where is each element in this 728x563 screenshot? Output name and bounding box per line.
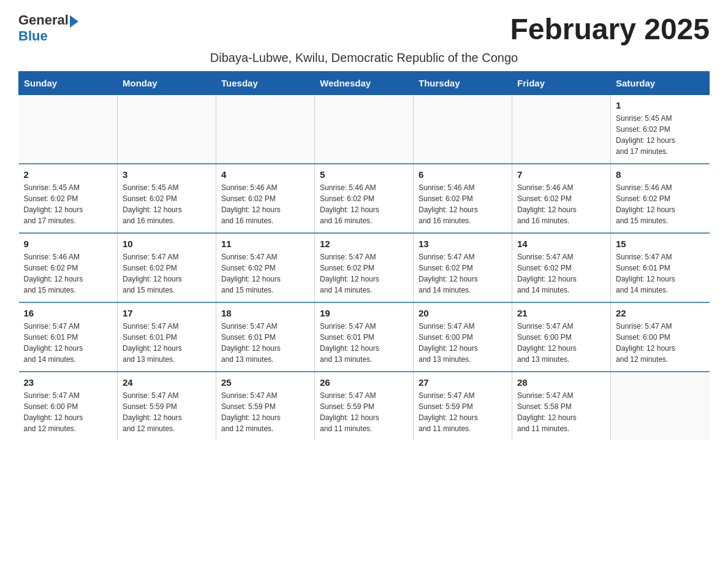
calendar-cell: 2Sunrise: 5:45 AM Sunset: 6:02 PM Daylig… — [19, 164, 118, 233]
calendar-header-wednesday: Wednesday — [315, 72, 414, 95]
day-info: Sunrise: 5:45 AM Sunset: 6:02 PM Dayligh… — [24, 182, 113, 226]
calendar-week-row: 2Sunrise: 5:45 AM Sunset: 6:02 PM Daylig… — [19, 164, 710, 233]
calendar-cell — [611, 372, 710, 440]
day-info: Sunrise: 5:47 AM Sunset: 6:00 PM Dayligh… — [517, 321, 605, 365]
day-number: 10 — [123, 239, 211, 249]
calendar-header-sunday: Sunday — [19, 72, 118, 95]
calendar-cell: 18Sunrise: 5:47 AM Sunset: 6:01 PM Dayli… — [216, 302, 315, 372]
logo: General Blue — [18, 12, 78, 44]
day-number: 21 — [517, 308, 605, 318]
day-number: 16 — [24, 308, 113, 318]
day-info: Sunrise: 5:47 AM Sunset: 6:02 PM Dayligh… — [221, 251, 309, 296]
calendar-header-row: SundayMondayTuesdayWednesdayThursdayFrid… — [19, 72, 710, 95]
calendar-cell: 5Sunrise: 5:46 AM Sunset: 6:02 PM Daylig… — [315, 164, 414, 233]
day-number: 25 — [221, 377, 309, 388]
day-number: 3 — [123, 169, 211, 180]
calendar-cell: 25Sunrise: 5:47 AM Sunset: 5:59 PM Dayli… — [216, 372, 315, 440]
day-number: 2 — [24, 169, 113, 180]
calendar-cell: 3Sunrise: 5:45 AM Sunset: 6:02 PM Daylig… — [118, 164, 216, 233]
calendar-cell: 23Sunrise: 5:47 AM Sunset: 6:00 PM Dayli… — [19, 372, 118, 440]
day-info: Sunrise: 5:47 AM Sunset: 5:58 PM Dayligh… — [517, 390, 605, 434]
day-number: 4 — [221, 169, 309, 180]
month-title: February 2025 — [510, 12, 710, 46]
day-info: Sunrise: 5:47 AM Sunset: 6:00 PM Dayligh… — [419, 321, 507, 365]
day-info: Sunrise: 5:45 AM Sunset: 6:02 PM Dayligh… — [616, 113, 705, 157]
calendar-cell: 11Sunrise: 5:47 AM Sunset: 6:02 PM Dayli… — [216, 233, 315, 302]
day-number: 9 — [24, 239, 113, 249]
calendar-header-tuesday: Tuesday — [216, 72, 315, 95]
day-info: Sunrise: 5:46 AM Sunset: 6:02 PM Dayligh… — [320, 182, 408, 226]
day-info: Sunrise: 5:46 AM Sunset: 6:02 PM Dayligh… — [419, 182, 507, 226]
day-number: 17 — [123, 308, 211, 318]
calendar-cell — [118, 95, 216, 164]
day-info: Sunrise: 5:47 AM Sunset: 6:01 PM Dayligh… — [320, 321, 408, 365]
day-number: 13 — [419, 239, 507, 249]
calendar-cell: 24Sunrise: 5:47 AM Sunset: 5:59 PM Dayli… — [118, 372, 216, 440]
calendar-cell: 12Sunrise: 5:47 AM Sunset: 6:02 PM Dayli… — [315, 233, 414, 302]
calendar-cell: 16Sunrise: 5:47 AM Sunset: 6:01 PM Dayli… — [19, 302, 118, 372]
calendar-cell: 21Sunrise: 5:47 AM Sunset: 6:00 PM Dayli… — [512, 302, 611, 372]
day-number: 23 — [24, 377, 113, 388]
day-number: 1 — [616, 100, 705, 110]
day-info: Sunrise: 5:47 AM Sunset: 6:02 PM Dayligh… — [123, 251, 211, 296]
calendar-cell: 19Sunrise: 5:47 AM Sunset: 6:01 PM Dayli… — [315, 302, 414, 372]
calendar-cell: 1Sunrise: 5:45 AM Sunset: 6:02 PM Daylig… — [611, 95, 710, 164]
calendar-cell: 10Sunrise: 5:47 AM Sunset: 6:02 PM Dayli… — [118, 233, 216, 302]
day-number: 5 — [320, 169, 408, 180]
calendar-cell: 8Sunrise: 5:46 AM Sunset: 6:02 PM Daylig… — [611, 164, 710, 233]
calendar-cell — [216, 95, 315, 164]
day-info: Sunrise: 5:47 AM Sunset: 5:59 PM Dayligh… — [221, 390, 309, 434]
day-info: Sunrise: 5:47 AM Sunset: 6:00 PM Dayligh… — [24, 390, 113, 434]
calendar-week-row: 1Sunrise: 5:45 AM Sunset: 6:02 PM Daylig… — [19, 95, 710, 164]
day-info: Sunrise: 5:47 AM Sunset: 6:00 PM Dayligh… — [616, 321, 705, 365]
day-number: 18 — [221, 308, 309, 318]
day-info: Sunrise: 5:47 AM Sunset: 6:01 PM Dayligh… — [221, 321, 309, 365]
calendar-header-monday: Monday — [118, 72, 216, 95]
calendar-cell: 15Sunrise: 5:47 AM Sunset: 6:01 PM Dayli… — [611, 233, 710, 302]
calendar-cell: 28Sunrise: 5:47 AM Sunset: 5:58 PM Dayli… — [512, 372, 611, 440]
calendar-header-thursday: Thursday — [414, 72, 512, 95]
day-number: 15 — [616, 239, 705, 249]
calendar-cell: 4Sunrise: 5:46 AM Sunset: 6:02 PM Daylig… — [216, 164, 315, 233]
day-number: 24 — [123, 377, 211, 388]
calendar-cell: 17Sunrise: 5:47 AM Sunset: 6:01 PM Dayli… — [118, 302, 216, 372]
calendar-cell: 14Sunrise: 5:47 AM Sunset: 6:02 PM Dayli… — [512, 233, 611, 302]
calendar-cell: 26Sunrise: 5:47 AM Sunset: 5:59 PM Dayli… — [315, 372, 414, 440]
calendar-cell: 9Sunrise: 5:46 AM Sunset: 6:02 PM Daylig… — [19, 233, 118, 302]
calendar-cell: 6Sunrise: 5:46 AM Sunset: 6:02 PM Daylig… — [414, 164, 512, 233]
calendar-header-saturday: Saturday — [611, 72, 710, 95]
day-number: 19 — [320, 308, 408, 318]
day-number: 27 — [419, 377, 507, 388]
calendar-header-friday: Friday — [512, 72, 611, 95]
calendar-cell: 20Sunrise: 5:47 AM Sunset: 6:00 PM Dayli… — [414, 302, 512, 372]
day-info: Sunrise: 5:46 AM Sunset: 6:02 PM Dayligh… — [517, 182, 605, 226]
day-info: Sunrise: 5:47 AM Sunset: 5:59 PM Dayligh… — [123, 390, 211, 434]
day-info: Sunrise: 5:46 AM Sunset: 6:02 PM Dayligh… — [24, 251, 113, 296]
calendar-week-row: 9Sunrise: 5:46 AM Sunset: 6:02 PM Daylig… — [19, 233, 710, 302]
day-number: 7 — [517, 169, 605, 180]
day-number: 26 — [320, 377, 408, 388]
page-header: General Blue February 2025 — [18, 12, 710, 46]
day-info: Sunrise: 5:46 AM Sunset: 6:02 PM Dayligh… — [616, 182, 705, 226]
calendar-cell — [512, 95, 611, 164]
calendar-cell — [414, 95, 512, 164]
calendar-cell — [19, 95, 118, 164]
location-title: Dibaya-Lubwe, Kwilu, Democratic Republic… — [18, 51, 710, 65]
calendar-cell: 7Sunrise: 5:46 AM Sunset: 6:02 PM Daylig… — [512, 164, 611, 233]
calendar-cell: 22Sunrise: 5:47 AM Sunset: 6:00 PM Dayli… — [611, 302, 710, 372]
day-info: Sunrise: 5:47 AM Sunset: 6:02 PM Dayligh… — [320, 251, 408, 296]
logo-text-general: General — [18, 12, 69, 28]
day-number: 12 — [320, 239, 408, 249]
calendar-cell — [315, 95, 414, 164]
day-number: 11 — [221, 239, 309, 249]
day-number: 20 — [419, 308, 507, 318]
day-info: Sunrise: 5:47 AM Sunset: 6:02 PM Dayligh… — [419, 251, 507, 296]
day-number: 14 — [517, 239, 605, 249]
logo-arrow-icon — [70, 15, 78, 28]
day-info: Sunrise: 5:45 AM Sunset: 6:02 PM Dayligh… — [123, 182, 211, 226]
day-number: 28 — [517, 377, 605, 388]
calendar-week-row: 23Sunrise: 5:47 AM Sunset: 6:00 PM Dayli… — [19, 372, 710, 440]
calendar-table: SundayMondayTuesdayWednesdayThursdayFrid… — [18, 71, 710, 440]
day-number: 8 — [616, 169, 705, 180]
day-info: Sunrise: 5:47 AM Sunset: 6:01 PM Dayligh… — [123, 321, 211, 365]
